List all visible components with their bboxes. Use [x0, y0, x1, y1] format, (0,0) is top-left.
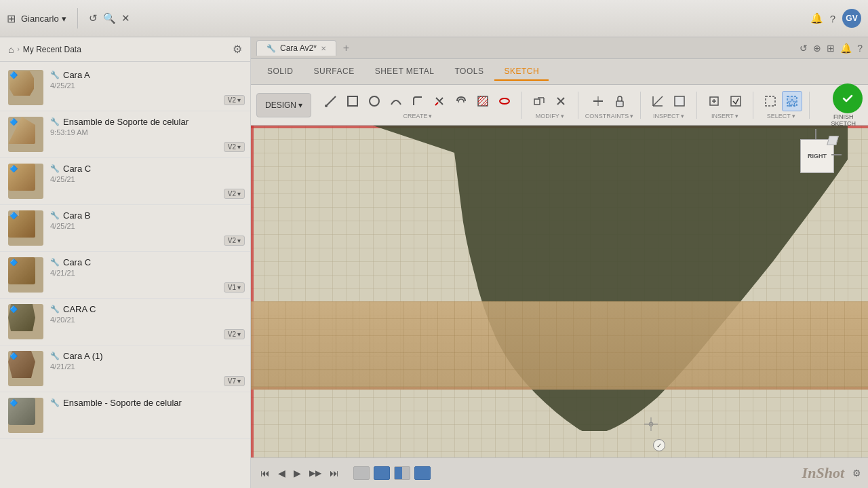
- refresh-icon[interactable]: ↺: [89, 12, 98, 24]
- inspect-btn-1[interactable]: [648, 91, 668, 111]
- insert-btn-2[interactable]: [726, 91, 746, 111]
- go-start-btn[interactable]: ⏮: [258, 465, 273, 481]
- refresh-tab-icon[interactable]: ↺: [800, 43, 808, 54]
- insert-btn-1[interactable]: [704, 91, 724, 111]
- version-badge[interactable]: V2▾: [224, 95, 245, 105]
- create-label: CREATE ▾: [403, 113, 433, 119]
- fillet-tool-btn[interactable]: [408, 91, 428, 111]
- arc-tool-btn[interactable]: [386, 91, 406, 111]
- extensions-icon[interactable]: ⊞: [827, 43, 835, 54]
- list-item[interactable]: 🔷 🔧 Cara B 4/25/21 V2▾: [0, 205, 250, 252]
- list-item[interactable]: 🔷 🔧 Ensamble - Soporte de celular: [0, 392, 250, 439]
- line-tool-btn[interactable]: [321, 91, 341, 111]
- notifications-icon[interactable]: 🔔: [840, 43, 852, 54]
- offset-tool-btn[interactable]: [451, 91, 471, 111]
- list-item[interactable]: 🔷 🔧 Cara C 4/21/21 V1▾: [0, 252, 250, 299]
- item-info: 🔧 Cara C 4/21/21: [50, 257, 242, 277]
- tab-sketch[interactable]: SKETCH: [494, 63, 549, 81]
- item-name: Cara A: [63, 70, 90, 80]
- help-tab-icon[interactable]: ?: [857, 43, 863, 54]
- insert-label: INSERT ▾: [711, 113, 738, 119]
- item-info: 🔧 Ensamble - Soporte de celular: [50, 398, 242, 409]
- play-btn[interactable]: ▶: [291, 465, 304, 481]
- list-item[interactable]: 🔷 🔧 Cara A 4/25/21 V2▾: [0, 64, 250, 111]
- item-name: Ensamble de Soporte de celular: [63, 117, 189, 127]
- item-name: Ensamble - Soporte de celular: [63, 398, 182, 408]
- breadcrumb: ⌂ › My Recent Data: [8, 44, 81, 55]
- view-mode-1[interactable]: [374, 466, 390, 480]
- item-type-icon: 🔧: [50, 117, 60, 126]
- item-thumbnail: 🔷: [8, 398, 43, 433]
- rect-tool-btn[interactable]: [342, 91, 363, 111]
- tab-solid[interactable]: SOLID: [258, 63, 303, 81]
- modify-btn-2[interactable]: [551, 91, 571, 111]
- item-type-icon: 🔧: [50, 71, 60, 79]
- sep-4: [696, 92, 697, 119]
- list-item[interactable]: 🔷 🔧 Ensamble de Soporte de celular 9:53:…: [0, 111, 250, 158]
- trim-tool-btn[interactable]: [429, 91, 450, 111]
- tab-tools[interactable]: TOOLS: [445, 63, 493, 81]
- finish-sketch-button[interactable]: [833, 83, 863, 113]
- version-badge[interactable]: V1▾: [224, 282, 245, 293]
- version-badge[interactable]: V7▾: [224, 376, 245, 386]
- active-tab[interactable]: 🔧 Cara Av2* ✕: [256, 40, 336, 56]
- add-tab-icon[interactable]: ⊕: [813, 43, 821, 54]
- bottom-settings-icon[interactable]: ⚙: [852, 468, 861, 478]
- home-icon[interactable]: ⌂: [8, 44, 14, 55]
- item-date: 4/20/21: [50, 316, 242, 324]
- close-icon[interactable]: ✕: [121, 12, 130, 24]
- design-button[interactable]: DESIGN ▾: [256, 93, 311, 117]
- svg-point-0: [325, 105, 328, 107]
- item-3d-icon: 🔷: [9, 259, 18, 266]
- ellipse-tool-btn[interactable]: [494, 91, 515, 111]
- item-date: 9:53:19 AM: [50, 128, 242, 136]
- fast-forward-btn[interactable]: ▶▶: [307, 466, 324, 481]
- check-indicator: ✓: [653, 439, 665, 451]
- tab-surface[interactable]: SURFACE: [304, 63, 364, 81]
- user-menu[interactable]: Giancarlo ▾: [21, 14, 66, 24]
- select-btn-2[interactable]: [782, 91, 802, 111]
- viewport[interactable]: RIGHT ✓: [251, 126, 868, 457]
- tab-close-icon[interactable]: ✕: [321, 45, 326, 52]
- view-mode-2[interactable]: [394, 466, 410, 480]
- toolbar-group-modify: MODIFY ▾: [529, 91, 571, 119]
- grid-icon: ⊞: [7, 12, 16, 25]
- go-end-btn[interactable]: ⏭: [327, 465, 342, 481]
- version-badge[interactable]: V2▾: [224, 236, 245, 246]
- view-mode-0[interactable]: [353, 466, 370, 480]
- tab-label: Cara Av2*: [280, 43, 317, 53]
- version-badge[interactable]: V2▾: [224, 189, 245, 199]
- constraint-btn-2[interactable]: [610, 91, 630, 111]
- toolbar-tabs: SOLID SURFACE SHEET METAL TOOLS SKETCH: [251, 59, 868, 85]
- version-badge[interactable]: V2▾: [224, 329, 245, 339]
- item-date: 4/25/21: [50, 175, 242, 183]
- step-back-btn[interactable]: ◀: [275, 465, 288, 481]
- modify-btn-1[interactable]: [529, 91, 549, 111]
- notification-icon[interactable]: 🔔: [810, 12, 823, 24]
- version-badge[interactable]: V2▾: [224, 142, 245, 152]
- item-type-icon: 🔧: [50, 211, 60, 220]
- search-icon[interactable]: 🔍: [103, 12, 116, 24]
- view-mode-3[interactable]: [414, 466, 431, 480]
- list-item[interactable]: 🔷 🔧 Cara C 4/25/21 V2▾: [0, 158, 250, 205]
- item-3d-icon: 🔷: [9, 118, 18, 126]
- new-tab-icon[interactable]: +: [339, 42, 353, 54]
- bottom-toolbar: ⏮ ◀ ▶ ▶▶ ⏭ InShot ⚙: [251, 457, 868, 488]
- svg-line-3: [435, 102, 438, 105]
- settings-icon[interactable]: ⚙: [233, 43, 242, 56]
- constraint-btn-1[interactable]: [588, 91, 608, 111]
- list-item[interactable]: 🔷 🔧 CARA C 4/20/21 V2▾: [0, 299, 250, 345]
- item-name: Cara A (1): [63, 351, 103, 361]
- tab-sheet-metal[interactable]: SHEET METAL: [366, 63, 444, 81]
- watermark: InShot: [802, 464, 844, 482]
- list-item[interactable]: 🔷 🔧 Cara A (1) 4/21/21 V7▾: [0, 345, 250, 392]
- circle-tool-btn[interactable]: [364, 91, 384, 111]
- select-btn-1[interactable]: [760, 91, 781, 111]
- item-date: 4/25/21: [50, 222, 242, 230]
- inspect-btn-2[interactable]: [669, 91, 690, 111]
- avatar[interactable]: GV: [842, 9, 861, 28]
- hatch-tool-btn[interactable]: [473, 91, 493, 111]
- orientation-cube[interactable]: RIGHT: [800, 139, 841, 180]
- help-icon[interactable]: ?: [830, 13, 835, 24]
- item-info: 🔧 Cara A (1) 4/21/21: [50, 351, 242, 371]
